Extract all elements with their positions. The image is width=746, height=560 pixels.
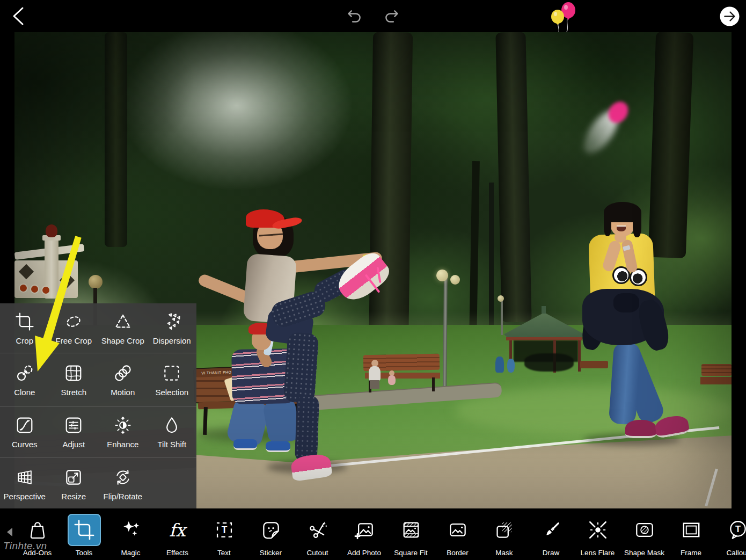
tool-enhance[interactable]: Enhance (98, 406, 148, 457)
tool-crop[interactable]: Crop (0, 303, 49, 353)
tool-label: Stretch (61, 388, 86, 397)
tool-label: Enhance (107, 440, 138, 449)
child-background (388, 375, 396, 385)
paintbrush-icon (540, 519, 562, 541)
tool-label: Resize (61, 492, 86, 501)
tab-label: Border (447, 549, 469, 557)
tool-label: Flip/Rotate (103, 492, 142, 501)
tool-label: Tilt Shift (157, 440, 186, 449)
tool-flip-rotate[interactable]: Flip/Rotate (98, 457, 148, 510)
girl-yellow-jeans-front-leg (609, 341, 641, 425)
flip-rotate-icon (113, 467, 133, 488)
perspective-icon (14, 467, 35, 488)
curves-icon (14, 415, 35, 435)
lens-flare-icon (587, 519, 609, 541)
bottom-tab-text[interactable]: T Text (201, 514, 247, 557)
sparkles-icon (120, 519, 142, 541)
tools-panel: Crop Free Crop Shape Crop Dispersion Clo… (0, 303, 196, 508)
people-under-gazebo (524, 353, 574, 372)
redo-icon[interactable] (382, 7, 402, 25)
bottom-tab-tools[interactable]: Tools (61, 514, 107, 557)
bottom-tab-border[interactable]: Border (434, 514, 481, 557)
gate-medallion (30, 285, 39, 294)
tool-adjust[interactable]: Adjust (49, 406, 99, 457)
top-toolbar (0, 0, 746, 32)
bottom-tab-frame[interactable]: Frame (668, 514, 714, 557)
bottom-tab-magic[interactable]: Magic (107, 514, 154, 557)
undo-icon[interactable] (344, 7, 364, 25)
tree-trunk (105, 32, 127, 247)
mask-icon (493, 519, 516, 541)
tools-panel-row: Crop Free Crop Shape Crop Dispersion (0, 303, 196, 353)
lamp-globe (450, 275, 460, 285)
tool-tilt-shift[interactable]: Tilt Shift (148, 406, 197, 457)
tree-trunk (648, 32, 694, 258)
tab-label: Text (217, 549, 231, 557)
border-icon (447, 519, 469, 541)
back-icon[interactable] (10, 4, 27, 28)
tool-stretch[interactable]: Stretch (49, 353, 99, 406)
girl-yellow-smile (617, 226, 626, 231)
text-box-icon: T (213, 519, 236, 541)
tool-label: Perspective (4, 492, 46, 501)
tab-icon-box (487, 514, 522, 546)
bottom-tab-add-photo[interactable]: Add Photo (341, 514, 387, 557)
dispersion-icon (162, 311, 182, 332)
next-button[interactable] (720, 6, 740, 26)
park-bench (701, 364, 732, 376)
bottom-tab-lens-flare[interactable]: Lens Flare (574, 514, 621, 557)
tools-panel-row: Clone Stretch Motion Selection (0, 353, 196, 406)
tab-icon-box-active (68, 514, 101, 546)
tab-label: Square Fit (394, 549, 427, 557)
tool-resize[interactable]: Resize (49, 457, 99, 510)
tab-label: Effects (166, 549, 188, 557)
bench-leg (432, 377, 435, 391)
tool-selection[interactable]: Selection (148, 353, 197, 406)
bottom-tab-effects[interactable]: fx Effects (154, 514, 201, 557)
tool-perspective[interactable]: Perspective (0, 457, 49, 510)
tab-icon-box (301, 514, 335, 546)
tool-label: Crop (16, 336, 33, 345)
tool-motion[interactable]: Motion (98, 353, 148, 406)
enhance-icon (113, 415, 133, 435)
tool-shape-crop[interactable]: Shape Crop (98, 303, 148, 353)
girl-kicking-standing-thigh (283, 332, 319, 404)
add-photo-icon (353, 519, 376, 541)
bottom-tab-draw[interactable]: Draw (528, 514, 574, 557)
tool-label: Dispersion (153, 336, 191, 345)
shape-mask-icon (633, 519, 656, 541)
svg-text:T: T (221, 525, 227, 535)
tab-label: Cutout (307, 549, 328, 557)
park-bench-seat (700, 377, 732, 384)
bottom-tab-mask[interactable]: Mask (481, 514, 528, 557)
maroon-sneaker (625, 420, 656, 438)
man-shoe (233, 439, 257, 450)
bottom-tab-square-fit[interactable]: Square Fit (387, 514, 434, 557)
tab-icon-box: T (721, 514, 746, 546)
tool-free-crop[interactable]: Free Crop (49, 303, 99, 353)
tool-clone[interactable]: Clone (0, 353, 49, 406)
selection-icon (162, 363, 182, 383)
tab-label: Mask (495, 549, 513, 557)
gate-medallion (19, 283, 28, 293)
crop-icon (14, 311, 35, 332)
bottom-tab-cutout[interactable]: Cutout (294, 514, 341, 557)
stretch-icon (63, 363, 84, 383)
tool-label: Free Crop (55, 336, 92, 345)
bottom-tab-callout[interactable]: T Callout (714, 514, 746, 557)
bottom-tab-shape-mask[interactable]: Shape Mask (621, 514, 668, 557)
girl-yellow-hair-side (604, 213, 611, 236)
tool-dispersion[interactable]: Dispersion (148, 303, 197, 353)
lamp-globe (436, 270, 448, 281)
balloons-icon[interactable] (547, 1, 581, 32)
person-background (370, 380, 379, 389)
tab-icon-box (347, 514, 382, 546)
tab-icon-box: fx (160, 514, 195, 546)
watermark: Tinhte.vn (3, 540, 47, 552)
person-background (369, 366, 381, 381)
tool-label: Selection (155, 388, 188, 397)
tab-icon-box (254, 514, 288, 546)
scroll-left-icon[interactable] (7, 528, 12, 536)
bottom-tab-sticker[interactable]: Sticker (247, 514, 294, 557)
tool-curves[interactable]: Curves (0, 406, 49, 457)
